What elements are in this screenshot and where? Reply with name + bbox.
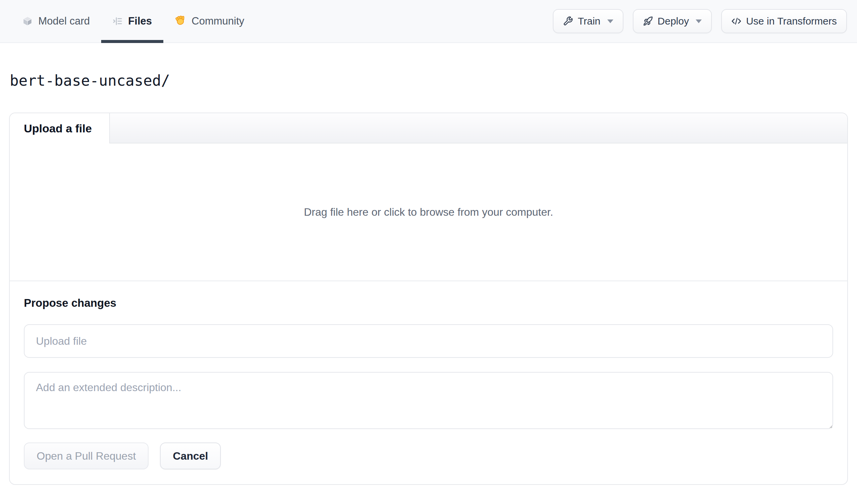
tab-community[interactable]: Community xyxy=(163,0,256,42)
repo-header: Model card Files xyxy=(0,0,857,43)
tab-files[interactable]: Files xyxy=(101,0,163,42)
propose-changes-section: Propose changes Open a Pull Request Canc… xyxy=(10,281,847,484)
model-repo-page: Model card Files xyxy=(0,0,857,504)
tab-label-community: Community xyxy=(191,15,244,27)
tab-label-files: Files xyxy=(128,15,152,27)
extended-description-textarea[interactable] xyxy=(24,372,833,429)
chevron-down-icon xyxy=(696,19,702,23)
deploy-label: Deploy xyxy=(658,15,689,27)
tab-model-card[interactable]: Model card xyxy=(11,0,101,42)
train-button[interactable]: Train xyxy=(553,9,623,33)
open-pull-request-button[interactable]: Open a Pull Request xyxy=(24,442,149,469)
chevron-down-icon xyxy=(607,19,614,23)
use-in-transformers-label: Use in Transformers xyxy=(746,15,837,27)
upload-card: Upload a file Drag file here or click to… xyxy=(9,113,848,485)
cancel-button[interactable]: Cancel xyxy=(160,442,221,469)
file-tree-icon xyxy=(113,16,123,26)
tab-label-model-card: Model card xyxy=(38,15,90,27)
cube-icon xyxy=(22,16,33,27)
upload-card-tabstrip: Upload a file xyxy=(10,113,847,144)
main-content: bert-base-uncased/ Upload a file Drag fi… xyxy=(0,72,857,485)
file-dropzone[interactable]: Drag file here or click to browse from y… xyxy=(10,144,847,281)
repo-action-buttons: Train Deploy xyxy=(553,0,847,42)
breadcrumb: bert-base-uncased/ xyxy=(10,72,848,89)
rocket-icon xyxy=(643,16,653,26)
train-label: Train xyxy=(578,15,600,27)
propose-buttons-row: Open a Pull Request Cancel xyxy=(24,442,833,469)
deploy-button[interactable]: Deploy xyxy=(633,9,712,33)
use-in-transformers-button[interactable]: Use in Transformers xyxy=(721,9,847,33)
code-icon xyxy=(731,16,741,26)
dropzone-text: Drag file here or click to browse from y… xyxy=(304,206,553,218)
repo-tabs: Model card Files xyxy=(11,0,256,42)
tab-upload-a-file[interactable]: Upload a file xyxy=(10,113,110,144)
wrench-icon xyxy=(563,16,573,26)
waving-hand-icon xyxy=(175,15,186,27)
upload-file-input[interactable] xyxy=(24,324,833,358)
repo-path[interactable]: bert-base-uncased/ xyxy=(10,72,170,89)
propose-changes-heading: Propose changes xyxy=(24,297,833,309)
